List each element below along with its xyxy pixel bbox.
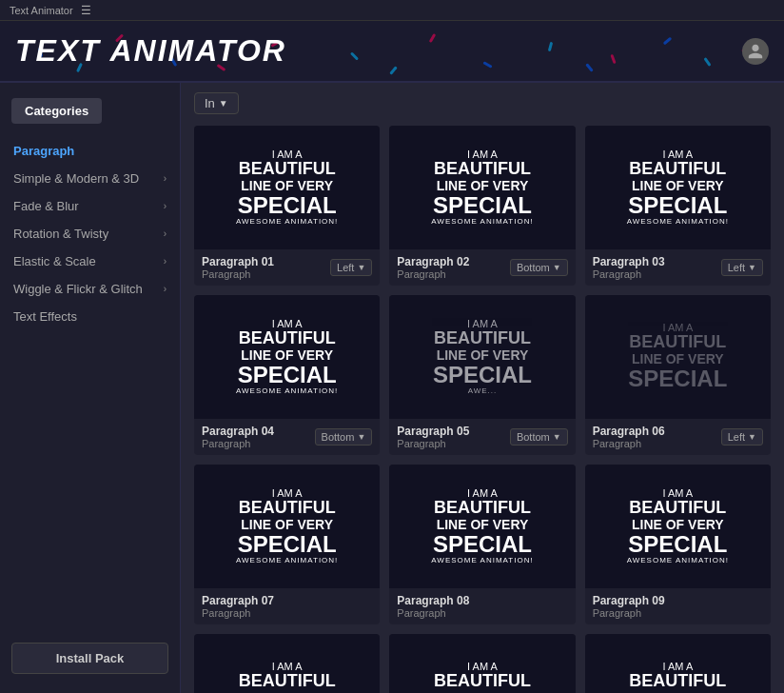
filter-dropdown[interactable]: In ▼ xyxy=(194,92,239,114)
grid-thumb-12: I AM A BEAUTIFUL LINE OF VERY SPECIAL xyxy=(585,634,771,693)
grid-item-info-6: Paragraph 06 Paragraph xyxy=(593,425,665,449)
sidebar-item-text-effects[interactable]: Text Effects xyxy=(0,303,180,330)
grid-item-7[interactable]: I AM A BEAUTIFUL LINE OF VERY SPECIAL AW… xyxy=(194,465,380,624)
thumb-text: I AM A BEAUTIFUL LINE OF VERY SPECIAL AW… xyxy=(627,487,729,565)
grid-item-info-8: Paragraph 08 Paragraph xyxy=(397,594,469,619)
grid-item-3[interactable]: I AM A BEAUTIFUL LINE OF VERY SPECIAL AW… xyxy=(585,126,771,286)
direction-selector-1[interactable]: Left ▼ xyxy=(330,259,372,276)
grid-item-8[interactable]: I AM A BEAUTIFUL LINE OF VERY SPECIAL AW… xyxy=(389,465,575,624)
sidebar: Categories Paragraph Simple & Modern & 3… xyxy=(0,83,181,693)
sidebar-item-label: Text Effects xyxy=(13,309,77,324)
grid-thumb-5: I AM A BEAUTIFUL LINE OF VERY SPECIAL AW… xyxy=(389,295,575,419)
item-title: Paragraph 01 xyxy=(202,255,274,268)
grid-item-11[interactable]: I AM A BEAUTIFUL LINE OF VERY SPECIAL xyxy=(389,634,575,693)
item-category: Paragraph xyxy=(397,438,469,449)
grid-item-info-2: Paragraph 02 Paragraph xyxy=(397,255,469,280)
thumb-text: I AM A BEAUTIFUL LINE OF VERY SPECIAL xyxy=(628,661,727,693)
item-title: Paragraph 07 xyxy=(202,594,274,607)
direction-label: Bottom xyxy=(322,431,355,443)
thumb-text: I AM A BEAUTIFUL LINE OF VERY SPECIAL AW… xyxy=(431,148,533,227)
grid-item-6[interactable]: I AM A BEAUTIFUL LINE OF VERY SPECIAL Pa… xyxy=(585,295,771,455)
grid-item-info-7: Paragraph 07 Paragraph xyxy=(202,594,274,619)
item-title: Paragraph 06 xyxy=(593,425,665,438)
grid-item-info-3: Paragraph 03 Paragraph xyxy=(593,255,665,280)
app-name: Text Animator xyxy=(10,5,73,16)
item-category: Paragraph xyxy=(593,607,665,619)
app-title: TEXT ANIMATOR xyxy=(15,33,286,69)
grid-item-footer-6: Paragraph 06 Paragraph Left ▼ xyxy=(585,419,771,455)
thumb-text: I AM A BEAUTIFUL LINE OF VERY SPECIAL xyxy=(433,661,532,693)
chevron-icon: › xyxy=(164,201,167,211)
grid-thumb-11: I AM A BEAUTIFUL LINE OF VERY SPECIAL xyxy=(389,634,575,693)
thumb-text: I AM A BEAUTIFUL LINE OF VERY SPECIAL AW… xyxy=(627,148,729,227)
grid-item-10[interactable]: I AM A BEAUTIFUL LINE OF VERY SPECIAL xyxy=(194,634,380,693)
grid-item-9[interactable]: I AM A BEAUTIFUL LINE OF VERY SPECIAL AW… xyxy=(585,465,771,624)
user-icon xyxy=(747,43,764,60)
direction-label: Left xyxy=(337,262,354,273)
menu-icon[interactable]: ☰ xyxy=(81,4,91,17)
direction-selector-3[interactable]: Left ▼ xyxy=(721,259,763,276)
grid-thumb-6: I AM A BEAUTIFUL LINE OF VERY SPECIAL xyxy=(585,295,771,419)
direction-label: Bottom xyxy=(517,262,550,273)
grid-item-1[interactable]: I AM A BEAUTIFUL LINE OF VERY SPECIAL AW… xyxy=(194,126,380,286)
sidebar-item-label: Elastic & Scale xyxy=(13,254,96,268)
grid-thumb-10: I AM A BEAUTIFUL LINE OF VERY SPECIAL xyxy=(194,634,380,693)
grid-item-info-9: Paragraph 09 Paragraph xyxy=(593,594,665,619)
item-category: Paragraph xyxy=(202,607,274,619)
grid-thumb-8: I AM A BEAUTIFUL LINE OF VERY SPECIAL AW… xyxy=(389,465,575,588)
grid-item-footer-3: Paragraph 03 Paragraph Left ▼ xyxy=(585,249,771,286)
direction-label: Bottom xyxy=(517,431,550,443)
filter-label: In xyxy=(205,96,215,110)
grid-item-info-1: Paragraph 01 Paragraph xyxy=(202,255,274,280)
content-area: In ▼ I AM A BEAUTIFUL LINE OF VERY SPECI… xyxy=(181,83,784,693)
grid-thumb-4: I AM A BEAUTIFUL LINE OF VERY SPECIAL AW… xyxy=(194,295,380,419)
direction-selector-2[interactable]: Bottom ▼ xyxy=(510,259,568,276)
sidebar-item-label: Wiggle & Flickr & Glitch xyxy=(13,282,143,296)
item-title: Paragraph 03 xyxy=(593,255,665,268)
categories-button[interactable]: Categories xyxy=(11,98,102,124)
thumb-text: I AM A BEAUTIFUL LINE OF VERY SPECIAL xyxy=(628,322,727,392)
direction-selector-5[interactable]: Bottom ▼ xyxy=(510,428,568,446)
grid-item-footer-2: Paragraph 02 Paragraph Bottom ▼ xyxy=(389,249,575,286)
direction-selector-4[interactable]: Bottom ▼ xyxy=(315,428,373,446)
thumb-text: I AM A BEAUTIFUL LINE OF VERY SPECIAL AW… xyxy=(236,148,338,227)
grid-item-footer-7: Paragraph 07 Paragraph xyxy=(194,588,380,624)
item-title: Paragraph 02 xyxy=(397,255,469,268)
sidebar-item-simple-modern[interactable]: Simple & Modern & 3D › xyxy=(0,165,180,192)
grid-item-footer-9: Paragraph 09 Paragraph xyxy=(585,588,771,624)
header: TEXT ANIMATOR xyxy=(0,21,784,83)
user-avatar[interactable] xyxy=(742,38,769,65)
direction-selector-6[interactable]: Left ▼ xyxy=(721,428,763,446)
sidebar-item-paragraph[interactable]: Paragraph xyxy=(0,137,180,165)
thumb-text: I AM A BEAUTIFUL LINE OF VERY SPECIAL AW… xyxy=(236,487,338,565)
sidebar-item-elastic[interactable]: Elastic & Scale › xyxy=(0,248,180,275)
grid-item-info-4: Paragraph 04 Paragraph xyxy=(202,425,274,449)
item-category: Paragraph xyxy=(593,268,665,280)
sidebar-item-wiggle[interactable]: Wiggle & Flickr & Glitch › xyxy=(0,275,180,303)
chevron-icon: › xyxy=(164,228,167,239)
grid-item-info-5: Paragraph 05 Paragraph xyxy=(397,425,469,449)
sidebar-navigation: Categories Paragraph Simple & Modern & 3… xyxy=(0,92,180,633)
install-pack-button[interactable]: Install Pack xyxy=(11,643,168,674)
grid-thumb-1: I AM A BEAUTIFUL LINE OF VERY SPECIAL AW… xyxy=(194,126,380,249)
grid-item-2[interactable]: I AM A BEAUTIFUL LINE OF VERY SPECIAL AW… xyxy=(389,126,575,286)
item-title: Paragraph 04 xyxy=(202,425,274,438)
grid-thumb-2: I AM A BEAUTIFUL LINE OF VERY SPECIAL AW… xyxy=(389,126,575,249)
grid-item-footer-4: Paragraph 04 Paragraph Bottom ▼ xyxy=(194,419,380,455)
sidebar-item-fade-blur[interactable]: Fade & Blur › xyxy=(0,192,180,220)
direction-label: Left xyxy=(728,431,745,443)
animations-grid: I AM A BEAUTIFUL LINE OF VERY SPECIAL AW… xyxy=(194,126,771,693)
sidebar-item-rotation[interactable]: Rotation & Twisty › xyxy=(0,220,180,248)
thumb-text: I AM A BEAUTIFUL LINE OF VERY SPECIAL xyxy=(238,661,337,693)
grid-thumb-9: I AM A BEAUTIFUL LINE OF VERY SPECIAL AW… xyxy=(585,465,771,588)
item-title: Paragraph 09 xyxy=(593,594,665,607)
grid-item-4[interactable]: I AM A BEAUTIFUL LINE OF VERY SPECIAL AW… xyxy=(194,295,380,455)
item-title: Paragraph 08 xyxy=(397,594,469,607)
grid-item-footer-1: Paragraph 01 Paragraph Left ▼ xyxy=(194,249,380,286)
direction-label: Left xyxy=(728,262,745,273)
grid-item-12[interactable]: I AM A BEAUTIFUL LINE OF VERY SPECIAL xyxy=(585,634,771,693)
content-header: In ▼ xyxy=(194,92,771,114)
chevron-icon: › xyxy=(164,173,167,184)
item-category: Paragraph xyxy=(593,438,665,449)
grid-item-5[interactable]: I AM A BEAUTIFUL LINE OF VERY SPECIAL AW… xyxy=(389,295,575,455)
